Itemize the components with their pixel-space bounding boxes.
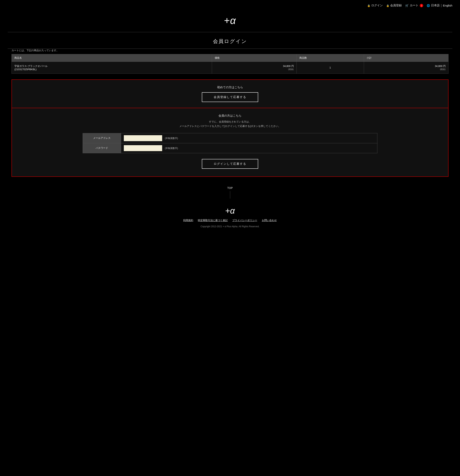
new-member-title: 初めての方はこちら	[20, 85, 440, 89]
col-product-name: 商品名	[12, 54, 212, 62]
footer-link-legal[interactable]: 特定商取引法に基づく表記	[198, 219, 228, 222]
cart-link[interactable]: カート 1	[405, 4, 423, 7]
footer-top: TOP	[0, 187, 460, 202]
cart-label: カート	[410, 4, 418, 7]
product-name: 宇宙ガラス-ブラックオパール	[14, 65, 48, 68]
password-row: パスワード (半角英数字)	[83, 143, 377, 153]
page-title-area: 会員ログイン	[0, 32, 460, 49]
lang-icon	[427, 4, 430, 7]
col-price: 価格	[212, 54, 296, 62]
header-nav: ログイン 会員登録 カート 1 日本語 | English	[367, 3, 452, 8]
col-quantity: 商品数	[296, 54, 364, 62]
lang-english[interactable]: English	[443, 4, 452, 7]
copyright: Copyright 2012-2021 + α Plus Alpha. All …	[0, 225, 460, 234]
lang-japanese[interactable]: 日本語	[431, 4, 440, 7]
register-button[interactable]: 会員登録して応募する	[202, 92, 258, 102]
col-subtotal: 小計	[364, 54, 448, 62]
price-value: 34,800 円	[283, 65, 294, 68]
login-link[interactable]: ログイン	[367, 4, 383, 7]
subtotal-value: 34,800 円	[435, 65, 446, 68]
member-login-box: 会員の方はこちら すでに、会員登録をされている方は、 メールアドレスとパスワード…	[11, 108, 449, 177]
password-label: パスワード	[83, 143, 121, 153]
cart-area: カートには、下記の商品が入っています。 商品名 価格 商品数 小計 宇宙ガラス-…	[11, 49, 449, 74]
email-input[interactable]	[124, 135, 162, 141]
product-name-cell: 宇宙ガラス-ブラックオパール (210317025PBKBL)	[12, 62, 212, 74]
top-link[interactable]: TOP	[227, 187, 233, 189]
qty-cell: 1	[296, 62, 364, 74]
logo-area: +α	[0, 11, 460, 32]
lock-icon	[367, 4, 370, 7]
footer-logo: +α	[0, 206, 460, 216]
email-cell: (半角英数字)	[121, 133, 377, 143]
product-code: (210317025PBKBL)	[14, 68, 37, 71]
subtotal-cell: 34,800 円 (税抜)	[364, 62, 448, 74]
subtotal-tax-note: (税抜)	[367, 68, 446, 71]
lock-icon-2	[386, 4, 389, 7]
cart-table: 商品名 価格 商品数 小計 宇宙ガラス-ブラックオパール (210317025P…	[11, 54, 449, 74]
table-row: 宇宙ガラス-ブラックオパール (210317025PBKBL) 34,800 円…	[12, 62, 449, 74]
section-container: 初めての方はこちら 会員登録して応募する 会員の方はこちら すでに、会員登録をさ…	[11, 79, 449, 177]
email-label: メールアドレス	[83, 133, 121, 143]
lang-switcher: 日本語 | English	[427, 3, 452, 8]
quantity-value: 1	[329, 66, 331, 69]
page-title: 会員ログイン	[0, 38, 460, 45]
footer-logo-area: +α	[0, 202, 460, 219]
email-row: メールアドレス (半角英数字)	[83, 133, 377, 143]
footer-link-terms[interactable]: 利用規約	[183, 219, 193, 222]
password-cell: (半角英数字)	[121, 143, 377, 153]
cart-icon	[405, 4, 409, 7]
price-tax-note: (税抜)	[215, 68, 294, 71]
member-login-desc: すでに、会員登録をされている方は、 メールアドレスとパスワードを入力して[ログイ…	[20, 119, 440, 128]
login-button[interactable]: ログインして応募する	[202, 159, 258, 169]
login-desc-line1: すでに、会員登録をされている方は、	[209, 120, 251, 123]
login-desc-line2: メールアドレスとパスワードを入力して[ログインして応募する]ボタンを押してくださ…	[179, 125, 280, 128]
logo: +α	[0, 15, 460, 26]
register-link[interactable]: 会員登録	[386, 4, 402, 7]
header: ログイン 会員登録 カート 1 日本語 | English	[0, 0, 460, 11]
password-hint: (半角英数字)	[165, 147, 178, 150]
cart-notice: カートには、下記の商品が入っています。	[11, 49, 449, 52]
member-login-title: 会員の方はこちら	[20, 114, 440, 118]
footer-link-contact[interactable]: お問い合わせ	[262, 219, 277, 222]
email-hint: (半角英数字)	[165, 137, 178, 140]
footer-links: 利用規約 特定商取引法に基づく表記 プライバシーポリシー お問い合わせ	[0, 219, 460, 222]
cart-badge: 1	[420, 4, 423, 7]
register-label: 会員登録	[390, 4, 402, 7]
password-input[interactable]	[124, 145, 162, 151]
lang-divider: |	[441, 3, 442, 8]
new-member-box: 初めての方はこちら 会員登録して応募する	[11, 79, 449, 108]
footer-link-privacy[interactable]: プライバシーポリシー	[232, 219, 257, 222]
price-cell: 34,800 円 (税抜)	[212, 62, 296, 74]
login-label: ログイン	[371, 4, 383, 7]
login-form-table: メールアドレス (半角英数字) パスワード (半角英数字)	[83, 133, 377, 153]
